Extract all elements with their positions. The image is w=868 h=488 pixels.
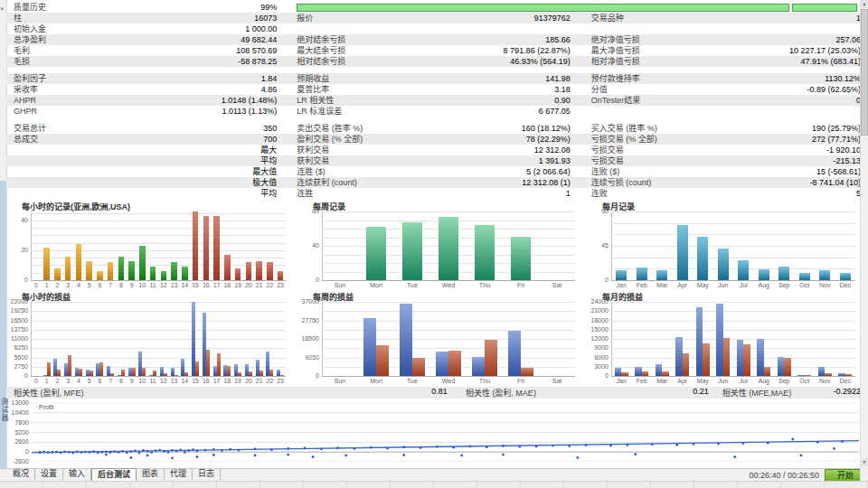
x-tick-label: Apr [673,282,693,288]
tab-图表[interactable]: 图表 [137,468,165,480]
scroll-down-icon[interactable]: ▼ [861,458,868,466]
bar [128,261,134,280]
stat-value: 15 (-568.61) [816,166,861,177]
stat-value: 极大值 [252,177,277,188]
bar [778,357,785,376]
x-tick-label: 7 [105,378,116,384]
tab-代理[interactable]: 代理 [165,468,193,480]
stat-value: 10 227.17 (25.03%) [789,45,861,56]
x-tick-label: 22 [265,378,276,384]
bar [743,344,750,376]
tab-日志[interactable]: 日志 [193,468,221,480]
chart-records-by-weekday: 每周记录04080SunMonTueWedThuFriSat [298,201,579,289]
stat-value: 1130.12% [825,73,861,84]
stats-row: GHPR1.0113 (1.13%)LR 标准误差6 677.05 [6,106,861,117]
stat-pair: 预期收益141.98 [297,73,570,84]
y-tick-label: 27750 [298,317,319,324]
bar [716,304,723,376]
stat-value: 46.93% (564.19) [510,56,571,67]
x-tick-label: May [693,282,713,288]
y-tick-label: 0 [588,277,609,283]
gridline [322,321,575,322]
stat-label: 连败 [591,188,608,199]
x-tick-label: Mar [652,282,673,288]
x-tick-label: Dec [835,282,856,288]
stat-value: 12 312.08 (1) [522,177,571,188]
stat-label: 交易总计 [14,123,46,134]
mfe-mae-scatter-chart: -260002600520078001040013000Profit [6,400,861,466]
bar [278,271,283,280]
stat-label: 夏普比率 [297,84,329,95]
stats-row: 最大获利交易12 312.08亏损交易-1 920.10 [6,145,861,155]
stat-value: 最大 [260,145,277,155]
scrollbar-thumb[interactable] [861,9,868,136]
y-tick-label: 9250 [298,354,319,361]
bar [47,362,51,376]
stats-row: 质量历史99% [6,2,861,13]
y-tick-label: 0 [7,277,28,283]
stats-row: 平均获利交易1 391.93亏损交易-215.13 [6,155,861,166]
bar [376,345,389,376]
stats-gap [6,67,861,73]
tab-概况[interactable]: 概况 [7,468,35,480]
gridline [31,235,286,236]
bar [615,368,622,376]
x-tick-label: Sep [774,378,795,384]
bottom-scroll-strip[interactable] [0,481,868,488]
scatter-plot-area [32,403,859,462]
y-tick-label: 16500 [7,317,28,324]
x-tick-label: 14 [180,378,191,384]
stat-pair: 卖出交易 (胜率 %)160 (18.12%) [297,123,570,134]
stat-label: 相对结余亏损 [297,56,345,67]
scroll-up-icon[interactable]: ▲ [861,0,868,8]
stat-value: 49 682.44 [241,34,277,45]
x-tick-label: Jul [733,378,754,384]
y-tick-label: 0 [7,372,28,379]
x-tick-label: 21 [254,282,265,288]
stat-value: 1.84 [261,73,278,84]
stat-value: 350 [263,123,277,134]
stats-gap [6,117,861,123]
bar [703,343,710,376]
correlation-pair: 相关性 (盈利, MAE)0.21 [466,387,709,399]
stat-pair: 预付款维持率1130.12% [591,73,861,84]
bar [175,375,178,376]
bar [797,375,805,376]
x-tick-label: 6 [95,378,106,384]
x-tick-label: 3 [62,282,73,288]
stat-value: 91379762 [534,13,571,23]
gridline [611,321,855,322]
vertical-scrollbar[interactable]: ▲ ▼ [860,0,868,481]
stats-row: AHPR1.0148 (1.48%)LR 相关性0.90OnTester结果0 [6,95,861,106]
tab-设置[interactable]: 设置 [35,468,63,480]
tab-输入[interactable]: 输入 [63,468,91,480]
stat-value: 1.0148 (1.48%) [222,95,278,106]
bar [675,337,683,376]
x-tick-label: 1 [42,378,52,384]
bar [764,367,771,376]
bar [161,271,166,280]
stat-label: LR 相关性 [297,95,334,106]
gridline [322,280,575,281]
bar [616,270,627,280]
tab-后台测试[interactable]: 后台测试 [91,468,137,482]
x-tick-label: Aug [754,378,775,384]
bar [757,339,764,376]
x-tick-label: 19 [232,378,243,384]
gridline [31,243,286,244]
bar [511,237,531,280]
stat-pair: 买入交易 (胜率 %)190 (25.79%) [591,123,861,134]
stat-value: 47.91% (683.41) [800,56,861,67]
stats-row: 初始入金1 000.00 [6,23,861,34]
stat-value: 1 391.93 [539,155,571,166]
stat-pair: 最大净值亏损10 227.17 (25.03%) [591,45,861,56]
bar [164,373,167,376]
bar [436,352,448,376]
x-tick-label: Mon [358,378,394,384]
x-tick-label: Fri [503,282,539,288]
bar [142,368,146,376]
x-tick-label: Fri [503,378,539,384]
stat-label: 绝对结余亏损 [297,34,345,45]
x-tick-label: 9 [127,378,137,384]
stats-row: 毛损-58 878.25相对结余亏损46.93% (564.19)相对净值亏损4… [6,56,861,67]
